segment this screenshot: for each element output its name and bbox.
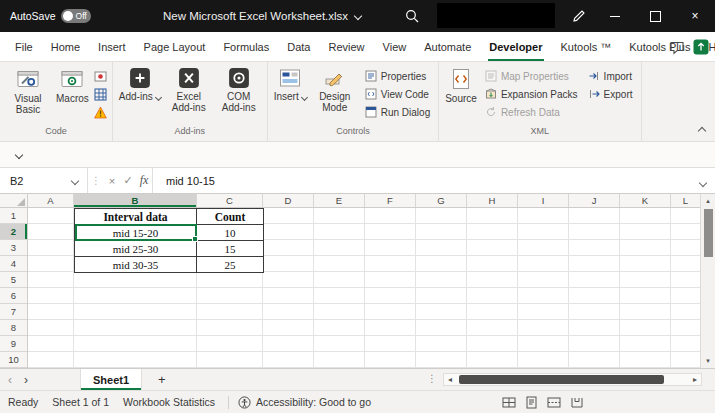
- record-macro-icon[interactable]: [94, 70, 107, 83]
- export-button[interactable]: Export: [588, 87, 633, 101]
- cell-B1[interactable]: Interval data: [75, 209, 197, 225]
- workbook-statistics-button[interactable]: Workbook Statistics: [123, 396, 215, 408]
- cell-C3[interactable]: 15: [197, 241, 264, 257]
- column-header-H[interactable]: H: [467, 194, 518, 207]
- column-header-E[interactable]: E: [314, 194, 365, 207]
- normal-view-icon[interactable]: [502, 396, 516, 409]
- xml-source-button[interactable]: Source: [442, 65, 480, 105]
- properties-button[interactable]: Properties: [365, 69, 430, 83]
- tab-kutools[interactable]: Kutools ™: [552, 32, 621, 61]
- column-header-L[interactable]: L: [671, 194, 700, 207]
- column-header-A[interactable]: A: [28, 194, 74, 207]
- close-button[interactable]: ×: [675, 0, 715, 32]
- insert-function-icon[interactable]: fx: [136, 173, 152, 188]
- row-header-2[interactable]: 2: [0, 224, 27, 240]
- tab-page-layout[interactable]: Page Layout: [135, 32, 215, 61]
- tab-review[interactable]: Review: [319, 32, 373, 61]
- formula-input[interactable]: mid 10-15: [152, 168, 691, 193]
- row-header-8[interactable]: 8: [0, 320, 27, 336]
- autosave-pill[interactable]: Off: [61, 9, 91, 23]
- cell-C2[interactable]: 10: [197, 225, 264, 241]
- sheet-cells[interactable]: Interval data Count mid 15-20 10 mid 25-…: [28, 208, 700, 368]
- vertical-scrollbar[interactable]: ▴ ▾: [700, 194, 715, 368]
- tab-file[interactable]: File: [6, 32, 42, 61]
- search-icon[interactable]: [405, 9, 419, 23]
- minimize-button[interactable]: [595, 0, 635, 32]
- cell-C4[interactable]: 25: [197, 257, 264, 273]
- cell-B4[interactable]: mid 30-35: [75, 257, 197, 273]
- tab-automate[interactable]: Automate: [415, 32, 480, 61]
- cancel-icon[interactable]: ×: [104, 175, 120, 187]
- tab-data[interactable]: Data: [278, 32, 319, 61]
- macro-security-icon[interactable]: [94, 106, 107, 119]
- design-mode-icon: [324, 67, 346, 89]
- tab-insert[interactable]: Insert: [89, 32, 135, 61]
- horizontal-scrollbar[interactable]: ◂ ▸: [443, 373, 702, 386]
- view-code-button[interactable]: View Code: [365, 87, 430, 101]
- maximize-button[interactable]: [635, 0, 675, 32]
- column-header-F[interactable]: F: [365, 194, 416, 207]
- enter-icon[interactable]: ✓: [120, 174, 136, 187]
- design-mode-button[interactable]: Design Mode: [310, 65, 360, 113]
- column-header-I[interactable]: I: [518, 194, 569, 207]
- column-header-G[interactable]: G: [416, 194, 467, 207]
- scroll-down-icon[interactable]: ▾: [701, 356, 715, 366]
- redacted-account-badge[interactable]: [437, 3, 555, 28]
- select-all-corner[interactable]: [0, 194, 28, 208]
- document-title: New Microsoft Excel Worksheet.xlsx: [163, 10, 348, 22]
- scroll-up-icon[interactable]: ▴: [701, 196, 715, 206]
- column-header-C[interactable]: C: [197, 194, 263, 207]
- column-header-J[interactable]: J: [569, 194, 620, 207]
- macros-button[interactable]: Macros: [53, 65, 92, 105]
- row-header-6[interactable]: 6: [0, 288, 27, 304]
- visual-basic-button[interactable]: Visual Basic: [3, 65, 53, 115]
- row-header-3[interactable]: 3: [0, 240, 27, 256]
- row-header-7[interactable]: 7: [0, 304, 27, 320]
- row-header-4[interactable]: 4: [0, 256, 27, 272]
- tab-view[interactable]: View: [374, 32, 416, 61]
- expand-formula-bar-icon[interactable]: [699, 178, 707, 186]
- page-break-preview-icon[interactable]: [547, 396, 561, 409]
- new-sheet-button[interactable]: +: [158, 371, 166, 389]
- excel-add-ins-button[interactable]: Excel Add-ins: [164, 65, 214, 113]
- name-box[interactable]: B2: [0, 168, 88, 193]
- comments-icon[interactable]: [669, 40, 685, 55]
- tab-developer[interactable]: Developer: [480, 32, 551, 61]
- column-header-K[interactable]: K: [620, 194, 671, 207]
- scroll-right-icon[interactable]: ▸: [689, 374, 701, 385]
- column-header-B[interactable]: B: [74, 194, 197, 207]
- window-title[interactable]: New Microsoft Excel Worksheet.xlsx: [163, 0, 361, 32]
- page-margins-icon[interactable]: [570, 396, 584, 409]
- collapse-ribbon-icon[interactable]: [698, 127, 706, 135]
- page-layout-icon[interactable]: [525, 396, 538, 409]
- expansion-packs-button[interactable]: Expansion Packs: [485, 87, 578, 101]
- run-dialog-button[interactable]: Run Dialog: [365, 105, 430, 119]
- qat-overflow-chevron-icon[interactable]: [15, 150, 23, 158]
- add-ins-button[interactable]: Add-ins: [116, 65, 164, 103]
- insert-control-button[interactable]: Insert: [271, 65, 310, 103]
- cell-C1[interactable]: Count: [197, 209, 264, 225]
- sheet-tab-sheet1[interactable]: Sheet1: [80, 369, 142, 390]
- column-header-D[interactable]: D: [263, 194, 314, 207]
- row-header-1[interactable]: 1: [0, 208, 27, 224]
- cell-B2[interactable]: mid 15-20: [75, 225, 197, 241]
- tab-formulas[interactable]: Formulas: [214, 32, 278, 61]
- cell-B3[interactable]: mid 25-30: [75, 241, 197, 257]
- com-add-ins-button[interactable]: COM Add-ins: [214, 65, 264, 113]
- row-header-9[interactable]: 9: [0, 336, 27, 352]
- previous-sheet-icon[interactable]: ‹: [2, 370, 18, 390]
- tab-splitter-icon[interactable]: ⋮: [427, 369, 437, 391]
- tab-home[interactable]: Home: [42, 32, 89, 61]
- row-header-10[interactable]: 10: [0, 352, 27, 368]
- scroll-left-icon[interactable]: ◂: [444, 374, 456, 385]
- vertical-scroll-thumb[interactable]: [704, 209, 713, 257]
- import-button[interactable]: Import: [588, 69, 633, 83]
- ink-pen-icon[interactable]: [572, 9, 586, 23]
- row-header-5[interactable]: 5: [0, 272, 27, 288]
- use-relative-references-icon[interactable]: [94, 88, 107, 101]
- share-icon[interactable]: [693, 39, 709, 55]
- next-sheet-icon[interactable]: ›: [18, 370, 34, 390]
- accessibility-status[interactable]: Accessibility: Good to go: [238, 396, 371, 409]
- horizontal-scroll-thumb[interactable]: [459, 375, 664, 384]
- autosave-toggle[interactable]: AutoSave Off: [10, 0, 91, 32]
